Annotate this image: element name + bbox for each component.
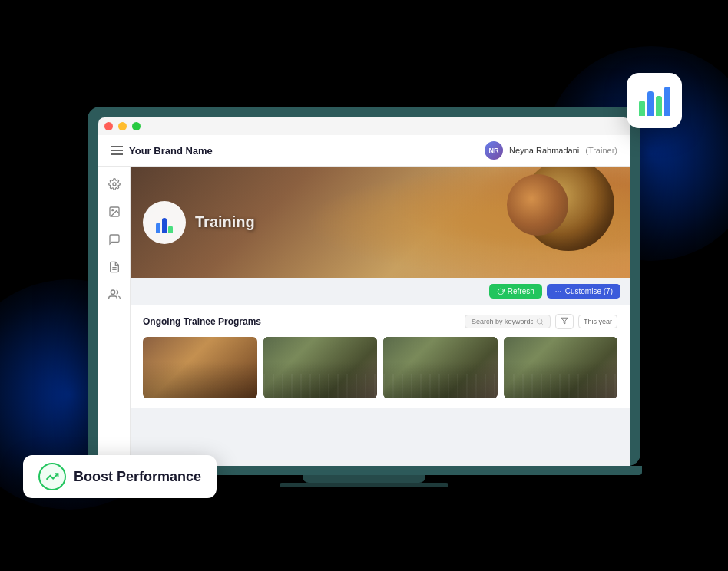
food-plate xyxy=(507,174,568,236)
avatar: NR xyxy=(485,141,503,160)
hamburger-menu[interactable] xyxy=(111,146,123,155)
sidebar-item-messages[interactable] xyxy=(106,231,123,248)
programs-controls: This year xyxy=(465,314,617,329)
window-dot-yellow[interactable] xyxy=(118,122,127,130)
chart-bars-float xyxy=(639,85,670,116)
program-card-1[interactable] xyxy=(143,337,257,398)
laptop-screen: Your Brand Name NR Neyna Rahmadani (Trai… xyxy=(88,107,640,466)
user-name: Neyna Rahmadani xyxy=(509,146,579,155)
app-main: Training Refresh xyxy=(98,167,630,466)
customize-button[interactable]: Customise (7) xyxy=(547,284,620,299)
svg-point-8 xyxy=(555,291,556,292)
svg-point-7 xyxy=(560,291,561,292)
svg-point-6 xyxy=(558,291,558,292)
year-filter[interactable]: This year xyxy=(578,315,617,328)
program-cards xyxy=(143,337,617,398)
content-area: Training Refresh xyxy=(131,167,630,466)
svg-point-2 xyxy=(111,210,113,211)
user-role: (Trainer) xyxy=(585,146,617,155)
card-image-3 xyxy=(383,337,498,398)
refresh-button[interactable]: Refresh xyxy=(489,284,542,299)
search-input[interactable] xyxy=(472,318,533,325)
card-image-2 xyxy=(263,337,378,398)
window-dot-green[interactable] xyxy=(132,122,141,130)
sidebar-item-settings[interactable] xyxy=(106,176,123,193)
training-banner: Training xyxy=(131,167,630,278)
sidebar-item-team[interactable] xyxy=(106,286,123,303)
svg-point-9 xyxy=(537,319,542,324)
sidebar-item-reports[interactable] xyxy=(106,259,123,276)
chart-bar-2 xyxy=(647,91,654,116)
logo-bar-2 xyxy=(162,218,167,233)
logo-bar-3 xyxy=(168,226,173,233)
chart-bar-1 xyxy=(639,101,645,116)
chart-badge xyxy=(627,73,682,128)
food-visual xyxy=(306,167,630,278)
program-card-2[interactable] xyxy=(263,337,378,398)
chart-bar-4 xyxy=(664,87,670,116)
laptop-stand xyxy=(303,475,425,483)
title-bar xyxy=(98,117,630,135)
logo-bar-1 xyxy=(156,223,160,233)
sidebar-item-media[interactable] xyxy=(106,203,123,220)
svg-point-5 xyxy=(111,290,114,294)
svg-point-0 xyxy=(113,183,116,186)
refresh-label: Refresh xyxy=(508,287,534,295)
svg-line-10 xyxy=(541,323,543,325)
boost-icon xyxy=(38,463,66,490)
brand-area: Your Brand Name xyxy=(111,145,213,157)
brand-name: Your Brand Name xyxy=(129,145,213,157)
laptop-foot xyxy=(280,483,448,487)
window-dot-red[interactable] xyxy=(104,122,113,130)
customize-label: Customise (7) xyxy=(565,287,613,295)
laptop-frame: Your Brand Name NR Neyna Rahmadani (Trai… xyxy=(88,107,640,487)
sidebar xyxy=(98,167,131,466)
search-box[interactable] xyxy=(465,315,551,328)
banner-title: Training xyxy=(195,213,255,231)
user-area: NR Neyna Rahmadani (Trainer) xyxy=(485,141,617,160)
card-image-1 xyxy=(143,337,257,398)
program-card-4[interactable] xyxy=(504,337,618,398)
programs-title: Ongoing Trainee Programs xyxy=(143,316,261,327)
svg-marker-11 xyxy=(561,318,568,324)
banner-logo xyxy=(143,201,186,244)
card-image-4 xyxy=(504,337,618,398)
boost-badge: Boost Performance xyxy=(23,455,217,498)
content-toolbar: Refresh Customise (7) xyxy=(131,278,630,305)
logo-bars xyxy=(156,212,173,233)
app-content: Your Brand Name NR Neyna Rahmadani (Trai… xyxy=(98,135,630,466)
chart-bar-3 xyxy=(656,96,662,116)
filter-button[interactable] xyxy=(555,314,574,329)
programs-section: Ongoing Trainee Programs xyxy=(131,305,630,408)
boost-text: Boost Performance xyxy=(74,469,201,485)
program-card-3[interactable] xyxy=(383,337,498,398)
banner-logo-area: Training xyxy=(143,201,255,244)
programs-header: Ongoing Trainee Programs xyxy=(143,314,617,329)
app-header: Your Brand Name NR Neyna Rahmadani (Trai… xyxy=(98,135,630,167)
